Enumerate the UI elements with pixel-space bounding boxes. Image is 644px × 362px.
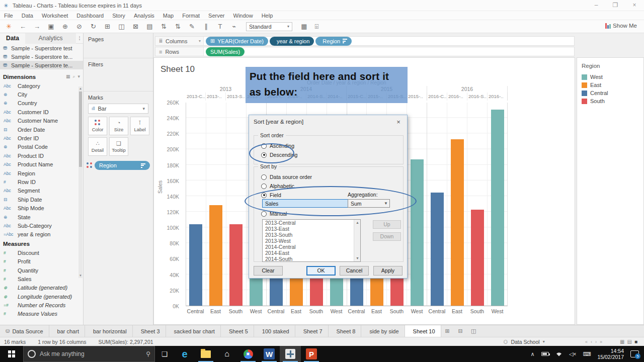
- bar[interactable]: [471, 210, 484, 306]
- battery-icon[interactable]: [541, 352, 549, 356]
- clear-button[interactable]: Clear: [254, 266, 283, 276]
- legend-item[interactable]: South: [582, 97, 643, 105]
- x-axis-label[interactable]: West: [407, 308, 427, 317]
- tab-data[interactable]: Data: [0, 33, 25, 44]
- show-filmstrip-icon[interactable]: ▤: [627, 339, 631, 344]
- measure-field[interactable]: # Discount: [0, 248, 83, 257]
- menu-item[interactable]: Story: [112, 13, 125, 19]
- tab-data-source[interactable]: ⛁ Data Source: [0, 325, 49, 337]
- dialog-close-icon[interactable]: ×: [394, 118, 403, 126]
- column-header[interactable]: 2016-..: [488, 93, 508, 101]
- x-axis-label[interactable]: South: [387, 308, 407, 317]
- show-captions-icon[interactable]: T: [216, 23, 224, 30]
- show-me-button[interactable]: Show Me: [605, 23, 637, 29]
- new-worksheet-button[interactable]: ⊞: [441, 325, 454, 337]
- label-button[interactable]: ⊺ Label: [130, 117, 149, 135]
- show-sheet-icon[interactable]: ■: [634, 339, 637, 344]
- menu-item[interactable]: File: [4, 13, 13, 19]
- legend-item[interactable]: Central: [582, 89, 643, 97]
- close-button[interactable]: ×: [625, 0, 644, 11]
- size-button[interactable]: ◔ Size: [109, 117, 128, 135]
- tray-chevron-icon[interactable]: ∧: [531, 351, 535, 357]
- data-source-item[interactable]: ⛃ Sample - Superstore te...: [0, 52, 83, 61]
- tooltip-button[interactable]: ❑ Tooltip: [109, 137, 128, 156]
- x-axis-label[interactable]: South: [226, 308, 246, 317]
- x-axis-label[interactable]: West: [327, 308, 347, 317]
- menu-item[interactable]: Dashboard: [76, 13, 104, 19]
- menu-item[interactable]: Data: [22, 13, 33, 19]
- user-account-select[interactable]: ⚇ Data School ▾: [503, 339, 545, 345]
- measure-field[interactable]: # Quantity: [0, 266, 83, 275]
- pages-shelf[interactable]: Pages: [84, 33, 153, 42]
- start-button[interactable]: [0, 346, 23, 362]
- data-source-item[interactable]: ⛃ Sample - Superstore te...: [0, 61, 83, 69]
- pane-menu-icon[interactable]: ▾: [77, 74, 80, 79]
- detail-button[interactable]: ∴ Detail: [88, 137, 107, 156]
- radio-descending[interactable]: Descending: [261, 152, 297, 158]
- measure-field[interactable]: ⊕ Latitude (generated): [0, 284, 83, 292]
- sort-ascending-icon[interactable]: ⇅: [160, 23, 168, 30]
- column-header[interactable]: 2016-..: [447, 93, 467, 101]
- menu-item[interactable]: Server: [208, 13, 224, 19]
- pane-options-icon[interactable]: ⁞: [76, 35, 83, 41]
- new-dashboard-button[interactable]: ⊟: [454, 325, 467, 337]
- menu-item[interactable]: Window: [233, 13, 253, 19]
- x-axis-label[interactable]: East: [286, 308, 306, 317]
- save-icon[interactable]: ▣: [47, 23, 55, 30]
- dimension-field[interactable]: ⊕ State: [0, 213, 83, 221]
- taskbar-tableau[interactable]: [280, 346, 301, 362]
- scroll-up-icon[interactable]: ▲: [354, 220, 361, 226]
- x-axis-label[interactable]: Central: [186, 308, 206, 317]
- bar[interactable]: [431, 193, 444, 306]
- manual-sort-item[interactable]: 2013-West: [263, 238, 360, 244]
- tab-sheet-5[interactable]: Sheet 5: [221, 325, 254, 337]
- label-marks-icon[interactable]: ✎: [188, 23, 196, 30]
- bar[interactable]: [189, 224, 202, 306]
- data-source-item[interactable]: ⛃ Sample - Superstore test: [0, 44, 83, 52]
- x-axis-label[interactable]: South: [467, 308, 488, 317]
- menu-item[interactable]: Map: [163, 13, 174, 19]
- redo-icon[interactable]: →: [33, 23, 41, 30]
- aggregation-select[interactable]: Sum ▼: [348, 199, 390, 208]
- pause-updates-icon[interactable]: ⊘: [75, 23, 83, 30]
- move-up-button[interactable]: Up: [373, 220, 401, 229]
- taskbar-word[interactable]: W: [259, 346, 280, 362]
- dimension-field[interactable]: Abc Product Name: [0, 160, 83, 169]
- wifi-icon[interactable]: [555, 351, 562, 357]
- dimension-field[interactable]: ⊕ Country: [0, 99, 83, 108]
- sheet-nav-icon[interactable]: ›: [595, 339, 597, 344]
- tab-analytics[interactable]: Analytics: [25, 33, 76, 44]
- tab-sheet-8[interactable]: Sheet 8: [329, 325, 362, 337]
- menu-item[interactable]: Analysis: [134, 13, 154, 19]
- column-header[interactable]: 2015-..: [407, 93, 427, 101]
- taskbar-chrome[interactable]: [237, 346, 259, 362]
- legend-title[interactable]: Region: [582, 63, 643, 69]
- scrollbar-thumb[interactable]: [79, 92, 82, 167]
- rows-shelf-label[interactable]: ≡ Rows: [155, 47, 204, 56]
- move-down-button[interactable]: Down: [373, 232, 401, 241]
- format-icon[interactable]: ∥: [202, 23, 210, 30]
- sheet-nav-icon[interactable]: ‹: [591, 339, 592, 344]
- filters-shelf[interactable]: Filters: [84, 58, 153, 67]
- maximize-button[interactable]: ❐: [606, 0, 625, 11]
- tab-sheet-3[interactable]: Sheet 3: [133, 325, 166, 337]
- highlight-icon[interactable]: ▤: [146, 23, 153, 30]
- view-data-icon[interactable]: ▦: [66, 74, 70, 79]
- measure-field[interactable]: =# Number of Records: [0, 301, 83, 309]
- minimize-button[interactable]: –: [587, 0, 606, 11]
- dimension-field[interactable]: =Abc year & region: [0, 230, 83, 239]
- pill-year-order-date[interactable]: ⊞ YEAR(Order Date): [206, 37, 268, 46]
- radio-alphabetic[interactable]: Alphabetic: [261, 183, 294, 189]
- bar[interactable]: [411, 159, 424, 306]
- taskbar-edge[interactable]: e: [174, 346, 195, 362]
- find-field-icon[interactable]: ⌕: [72, 74, 75, 79]
- dimension-field[interactable]: Abc Segment: [0, 187, 83, 195]
- volume-muted-icon[interactable]: ◁×: [569, 351, 577, 357]
- x-axis-label[interactable]: Central: [347, 308, 367, 317]
- tab-sheet-7[interactable]: Sheet 7: [295, 325, 329, 337]
- color-button[interactable]: Color: [88, 117, 107, 135]
- bar[interactable]: [451, 139, 464, 306]
- image-tooltip-icon[interactable]: ▦: [300, 23, 308, 30]
- dimension-field[interactable]: Abc Category: [0, 81, 83, 90]
- dimension-field[interactable]: Abc Order ID: [0, 134, 83, 142]
